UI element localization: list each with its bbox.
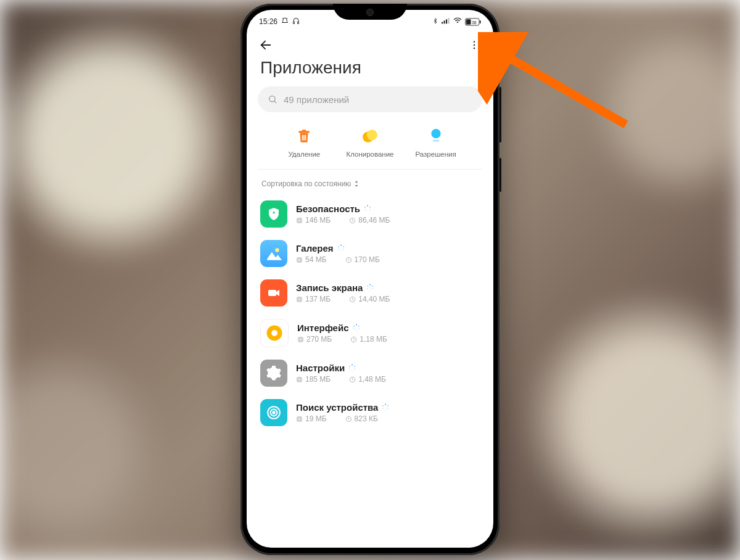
phone-notch <box>333 4 407 20</box>
app-icon-circle <box>260 319 289 347</box>
svg-point-78 <box>273 411 274 413</box>
svg-rect-19 <box>304 135 305 141</box>
svg-point-30 <box>367 211 368 212</box>
app-data: 823 КБ <box>355 414 378 423</box>
svg-rect-86 <box>298 418 301 420</box>
svg-point-71 <box>349 368 350 369</box>
svg-rect-24 <box>432 139 439 141</box>
app-row-settings[interactable]: Настройки 185 МБ 1,48 МБ <box>258 353 482 393</box>
loading-icon <box>382 402 389 413</box>
svg-point-83 <box>382 408 384 409</box>
back-button[interactable] <box>258 37 274 53</box>
sort-label: Сортировка по состоянию <box>261 179 351 188</box>
svg-point-48 <box>372 286 373 287</box>
svg-point-81 <box>387 408 388 409</box>
svg-rect-1 <box>298 22 299 24</box>
app-icon-gallery <box>260 240 287 267</box>
svg-rect-43 <box>297 257 302 261</box>
app-row-security[interactable]: Безопасность 146 МБ 86,46 МБ <box>258 194 482 234</box>
svg-point-23 <box>431 129 440 138</box>
svg-line-89 <box>490 47 626 125</box>
wifi-icon <box>453 17 462 26</box>
arrow-left-icon <box>259 38 273 52</box>
svg-rect-73 <box>297 377 302 381</box>
app-row-screen-record[interactable]: Запись экрана 137 МБ 14,40 МБ <box>258 273 482 313</box>
storage-icon <box>296 257 303 263</box>
app-storage: 270 МБ <box>306 335 332 344</box>
storage-icon <box>297 336 304 343</box>
svg-rect-65 <box>300 338 302 340</box>
svg-point-38 <box>343 246 344 247</box>
svg-point-62 <box>353 328 355 329</box>
svg-point-12 <box>474 44 475 46</box>
svg-point-84 <box>382 405 384 406</box>
svg-line-15 <box>274 101 276 103</box>
svg-rect-18 <box>302 135 303 141</box>
quick-action-clone[interactable]: Клонирование <box>342 127 398 158</box>
svg-rect-17 <box>302 130 306 131</box>
app-name: Запись экрана <box>296 282 363 293</box>
search-input[interactable]: 49 приложений <box>258 86 482 112</box>
app-name: Безопасность <box>296 204 360 214</box>
clock-icon <box>345 257 352 263</box>
svg-point-49 <box>372 288 373 289</box>
app-storage: 137 МБ <box>305 295 331 303</box>
svg-rect-16 <box>299 131 310 133</box>
svg-point-82 <box>385 410 386 411</box>
svg-rect-3 <box>444 21 445 24</box>
svg-rect-20 <box>305 135 306 141</box>
app-row-interface[interactable]: Интерфейс 270 МБ 1,18 МБ <box>258 313 482 353</box>
app-storage: 54 МБ <box>305 255 327 264</box>
app-row-gallery[interactable]: Галерея 54 МБ 170 МБ <box>258 234 482 273</box>
svg-rect-7 <box>466 19 471 25</box>
app-row-find-device[interactable]: Поиск устройства 19 МБ 823 КБ <box>258 393 482 432</box>
svg-rect-54 <box>298 298 301 300</box>
clone-icon <box>361 127 379 146</box>
svg-point-40 <box>340 250 342 252</box>
status-time: 15:26 <box>259 17 278 26</box>
svg-point-79 <box>385 404 386 405</box>
storage-icon <box>296 296 303 303</box>
page-title: Приложения <box>247 57 493 86</box>
signal-icon <box>442 17 450 26</box>
sort-arrows-icon <box>353 181 360 187</box>
app-name: Интерфейс <box>297 323 349 333</box>
loading-icon <box>348 363 356 373</box>
svg-point-31 <box>364 209 366 210</box>
status-left: 15:26 <box>259 17 300 27</box>
loading-icon <box>366 282 374 293</box>
app-storage: 185 МБ <box>305 375 331 384</box>
svg-point-67 <box>352 364 353 366</box>
app-icon-shield <box>260 200 287 228</box>
quick-action-label: Удаление <box>288 150 320 158</box>
app-data: 170 МБ <box>355 255 380 264</box>
svg-point-27 <box>367 205 368 207</box>
quick-action-permissions[interactable]: Разрешения <box>408 127 464 158</box>
quick-action-label: Клонирование <box>346 150 393 158</box>
svg-point-63 <box>353 326 355 327</box>
phone-frame: 15:26 38 <box>240 4 500 555</box>
svg-point-41 <box>338 249 339 250</box>
svg-point-42 <box>338 246 339 247</box>
svg-rect-33 <box>297 218 302 222</box>
svg-rect-44 <box>298 258 301 261</box>
svg-rect-46 <box>268 290 276 296</box>
svg-marker-26 <box>355 185 358 187</box>
loading-icon <box>364 204 371 214</box>
quick-action-delete[interactable]: Удаление <box>276 127 332 158</box>
svg-point-39 <box>343 249 344 250</box>
headphones-icon <box>292 17 300 27</box>
svg-point-11 <box>474 41 475 43</box>
svg-rect-53 <box>297 297 302 301</box>
quick-actions: Удаление Клонирование Разрешения <box>258 123 482 170</box>
clock-icon <box>349 217 356 224</box>
app-name: Галерея <box>296 243 334 253</box>
svg-point-28 <box>369 207 371 208</box>
svg-point-37 <box>340 245 342 246</box>
svg-point-58 <box>356 324 357 326</box>
svg-rect-5 <box>448 18 450 23</box>
svg-point-47 <box>369 284 371 286</box>
sort-selector[interactable]: Сортировка по состоянию <box>247 170 493 194</box>
svg-point-69 <box>354 368 355 369</box>
app-data: 86,46 МБ <box>358 216 390 224</box>
